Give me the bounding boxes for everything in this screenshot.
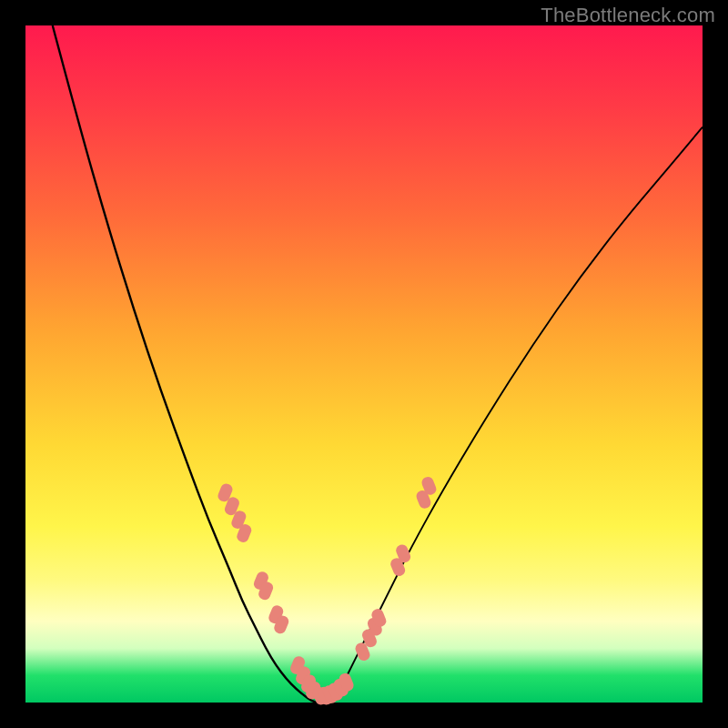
curve-left-curve bbox=[53, 25, 317, 703]
chart-frame: TheBottleneck.com bbox=[0, 0, 728, 728]
curve-overlay bbox=[0, 0, 728, 728]
